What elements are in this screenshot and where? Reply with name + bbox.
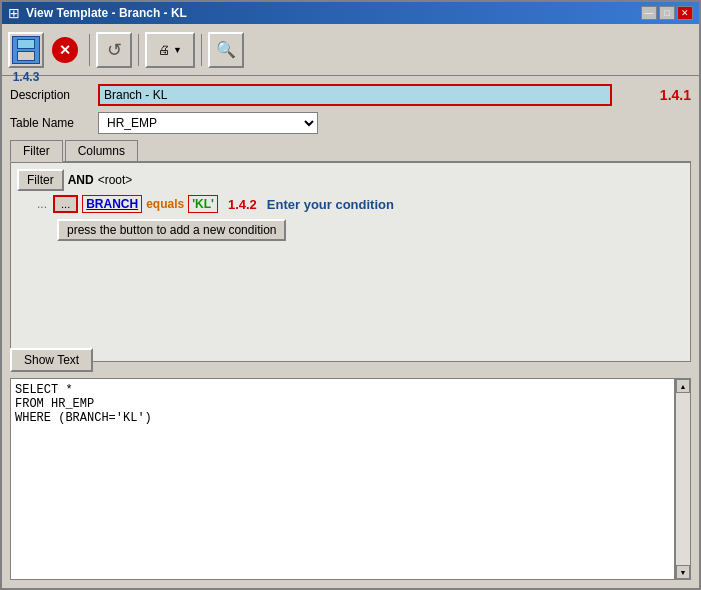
sql-container: SELECT * FROM HR_EMP WHERE (BRANCH='KL')… bbox=[10, 378, 691, 580]
root-label: <root> bbox=[98, 173, 133, 187]
sql-scrollbar: ▲ ▼ bbox=[675, 378, 691, 580]
dots-label: ... bbox=[37, 197, 47, 211]
cancel-button[interactable]: ✕ bbox=[47, 32, 83, 68]
condition-row: ... ... BRANCH equals 'KL' 1.4.2 Enter y… bbox=[37, 195, 684, 213]
table-name-label: Table Name bbox=[10, 116, 90, 130]
description-input[interactable] bbox=[98, 84, 612, 106]
toolbar: 1.4.3 ✕ ↺ 🖨 ▼ 🔍 bbox=[2, 24, 699, 76]
separator-2 bbox=[138, 34, 139, 66]
refresh-button[interactable]: ↺ bbox=[96, 32, 132, 68]
save-label: 1.4.3 bbox=[13, 70, 40, 84]
scroll-down-button[interactable]: ▼ bbox=[676, 565, 690, 579]
title-bar-left: ⊞ View Template - Branch - KL bbox=[8, 5, 187, 21]
enter-condition-label: Enter your condition bbox=[267, 197, 394, 212]
save-icon bbox=[12, 36, 40, 64]
print-dropdown-button[interactable]: 🖨 ▼ bbox=[145, 32, 195, 68]
table-name-select[interactable]: HR_EMP bbox=[98, 112, 318, 134]
title-bar-controls: — □ ✕ bbox=[641, 6, 693, 20]
table-name-row: Table Name HR_EMP bbox=[10, 112, 691, 134]
title-bar: ⊞ View Template - Branch - KL — □ ✕ bbox=[2, 2, 699, 24]
save-disk-bottom bbox=[17, 51, 35, 61]
sql-output: SELECT * FROM HR_EMP WHERE (BRANCH='KL') bbox=[10, 378, 675, 580]
annotation-141: 1.4.1 bbox=[660, 87, 691, 103]
tab-filter[interactable]: Filter bbox=[10, 140, 63, 162]
content-area: Description 1.4.1 Table Name HR_EMP Filt… bbox=[2, 76, 699, 588]
separator-1 bbox=[89, 34, 90, 66]
separator-3 bbox=[201, 34, 202, 66]
save-button[interactable] bbox=[8, 32, 44, 68]
search-button[interactable]: 🔍 bbox=[208, 32, 244, 68]
close-button[interactable]: ✕ bbox=[677, 6, 693, 20]
minimize-button[interactable]: — bbox=[641, 6, 657, 20]
field-name-label[interactable]: BRANCH bbox=[82, 195, 142, 213]
scroll-up-button[interactable]: ▲ bbox=[676, 379, 690, 393]
filter-spacer bbox=[17, 245, 684, 355]
save-button-wrap: 1.4.3 bbox=[8, 32, 44, 68]
annotation-142: 1.4.2 bbox=[228, 197, 257, 212]
tab-columns[interactable]: Columns bbox=[65, 140, 138, 161]
cancel-icon: ✕ bbox=[52, 37, 78, 63]
and-keyword: AND bbox=[68, 173, 94, 187]
show-text-button[interactable]: Show Text bbox=[10, 348, 93, 372]
operator-label[interactable]: equals bbox=[146, 197, 184, 211]
description-row: Description 1.4.1 bbox=[10, 84, 691, 106]
window-icon: ⊞ bbox=[8, 5, 20, 21]
window-title: View Template - Branch - KL bbox=[26, 6, 187, 20]
scroll-track bbox=[676, 393, 690, 565]
maximize-button[interactable]: □ bbox=[659, 6, 675, 20]
filter-top-row: Filter AND <root> bbox=[17, 169, 684, 191]
save-disk-top bbox=[17, 39, 35, 49]
tabs-container: Filter Columns bbox=[10, 140, 691, 162]
filter-button[interactable]: Filter bbox=[17, 169, 64, 191]
description-label: Description bbox=[10, 88, 90, 102]
ellipsis-button[interactable]: ... bbox=[53, 195, 78, 213]
print-icon: 🖨 bbox=[158, 43, 170, 57]
search-icon: 🔍 bbox=[216, 40, 236, 59]
refresh-icon: ↺ bbox=[107, 39, 122, 61]
main-window: ⊞ View Template - Branch - KL — □ ✕ 1.4.… bbox=[0, 0, 701, 590]
filter-panel: Filter AND <root> ... ... BRANCH equals … bbox=[10, 162, 691, 362]
tab-content-wrapper: Filter Columns Filter AND <root> ... ...… bbox=[10, 140, 691, 342]
dropdown-arrow-icon: ▼ bbox=[173, 45, 182, 55]
value-label[interactable]: 'KL' bbox=[188, 195, 218, 213]
show-text-row: Show Text bbox=[10, 348, 691, 372]
add-condition-button[interactable]: press the button to add a new condition bbox=[57, 219, 286, 241]
add-condition-wrap: press the button to add a new condition bbox=[37, 217, 684, 241]
